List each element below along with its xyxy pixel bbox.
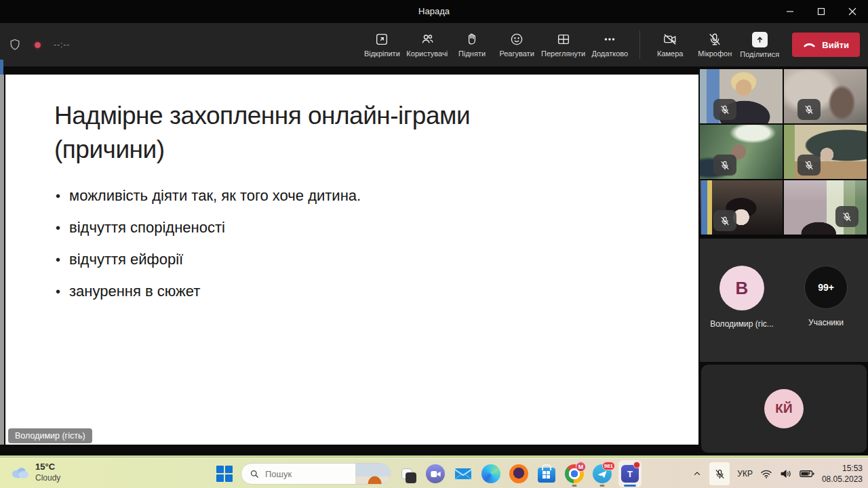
search-input[interactable] [265, 469, 340, 479]
view-button[interactable]: Переглянути [541, 26, 585, 64]
leave-label: Вийти [822, 40, 849, 50]
more-button[interactable]: Додатково [589, 26, 630, 64]
taskbar-mail-app[interactable] [452, 460, 475, 487]
participants-summary-strip: B Володимир (гіс... 99+ Учасники [700, 239, 868, 362]
popout-icon [374, 32, 389, 47]
taskbar-store-app[interactable] [535, 460, 558, 487]
minimize-button[interactable] [774, 0, 806, 23]
camera-label: Камера [657, 49, 683, 58]
telegram-notification-badge: 981 [602, 462, 615, 470]
video-tile[interactable] [700, 180, 783, 235]
tray-clock[interactable]: 15:53 08.05.2023 [822, 463, 863, 485]
guest-avatar: КЙ [764, 389, 804, 428]
weather-condition: Cloudy [35, 473, 60, 483]
search-icon [250, 469, 260, 479]
taskbar-telegram-app[interactable]: 981 [591, 460, 614, 487]
bullet-marker: • [56, 284, 60, 300]
slide-bullet: •відчуття ейфорії [56, 251, 361, 268]
react-smiley-icon [509, 32, 524, 47]
leave-button[interactable]: Вийти [792, 33, 860, 57]
slide-bullet: •відчуття спорідненості [56, 219, 361, 237]
guest-avatar-tile[interactable]: КЙ [701, 365, 867, 453]
windows-taskbar: 15°C Cloudy [0, 458, 868, 488]
meeting-timer: --:-- [54, 40, 70, 49]
recording-indicator-icon [33, 40, 43, 50]
toolbar-divider [639, 30, 640, 59]
video-tile[interactable] [784, 125, 867, 179]
search-daily-image[interactable] [355, 463, 391, 485]
taskbar-edge-app[interactable] [479, 460, 502, 487]
mic-off-icon [707, 32, 722, 47]
taskbar-chat-app[interactable] [424, 460, 447, 487]
video-tile[interactable] [700, 125, 783, 179]
video-tile[interactable] [784, 180, 867, 235]
security-shield-icon [8, 38, 22, 52]
participants-panel: B Володимир (гіс... 99+ Учасники КЙ [700, 68, 868, 455]
view-grid-icon [556, 32, 571, 47]
muted-mic-icon [713, 155, 736, 176]
view-label: Переглянути [541, 49, 585, 58]
react-button[interactable]: Реагувати [496, 26, 537, 64]
slide-bullet: •можливість діяти так, як того хоче дити… [56, 187, 361, 205]
gmail-notification-badge: M [576, 462, 586, 472]
participants-overflow[interactable]: 99+ Учасники [784, 239, 868, 362]
participants-button[interactable]: Користувачі [406, 26, 448, 64]
cloud-icon [9, 465, 30, 479]
more-dots-icon [602, 32, 617, 47]
chat-video-icon [426, 464, 445, 483]
muted-mic-icon [713, 99, 736, 120]
tray-chevron-up-icon[interactable] [692, 469, 702, 479]
maximize-button[interactable] [806, 0, 837, 23]
taskbar-chrome-app[interactable]: M [563, 460, 586, 487]
camera-toggle-button[interactable]: Камера [650, 26, 690, 64]
people-icon [420, 32, 435, 47]
mic-label: Мікрофон [698, 49, 732, 58]
close-button[interactable] [837, 0, 868, 23]
self-participant[interactable]: B Володимир (гіс... [700, 239, 784, 362]
meeting-stage: Надмірне захоплення онлайн-іграми (причи… [0, 66, 868, 455]
task-view-button[interactable] [396, 460, 419, 487]
wifi-icon[interactable] [760, 469, 772, 479]
volume-icon[interactable] [780, 468, 792, 479]
video-tile[interactable] [784, 69, 867, 123]
share-screen-icon [752, 32, 768, 47]
meeting-toolbar: --:-- Відкріпити Користувачі Підняти [0, 23, 868, 66]
start-button[interactable] [213, 460, 236, 487]
background-window-sliver [0, 60, 3, 75]
battery-icon[interactable] [800, 469, 814, 479]
share-button[interactable]: Поділитися [739, 26, 780, 64]
mail-icon [454, 467, 472, 481]
self-name-label: Володимир (гіс... [710, 319, 774, 329]
background-window-edge [0, 75, 4, 445]
muted-mic-icon [835, 206, 859, 227]
unpin-button[interactable]: Відкріпити [361, 26, 402, 64]
video-tile[interactable] [700, 69, 783, 123]
camera-off-icon [663, 32, 677, 47]
react-label: Реагувати [499, 49, 534, 58]
bullet-marker: • [56, 220, 60, 236]
language-indicator[interactable]: УКР [737, 469, 753, 479]
raise-hand-icon [465, 32, 479, 47]
muted-mic-icon [713, 210, 736, 231]
unpin-label: Відкріпити [364, 49, 400, 58]
taskbar-teams-app[interactable]: T [618, 460, 642, 487]
raise-hand-button[interactable]: Підняти [452, 26, 492, 64]
teams-notification-dot [633, 462, 640, 468]
shared-presentation-slide: Надмірне захоплення онлайн-іграми (причи… [5, 75, 698, 445]
share-label: Поділитися [740, 50, 779, 58]
window-title: Нарада [0, 0, 868, 23]
orange-purple-app-icon [509, 464, 528, 483]
slide-bullet-list: •можливість діяти так, як того хоче дити… [56, 187, 361, 314]
slide-title: Надмірне захоплення онлайн-іграми (причи… [54, 99, 556, 167]
mic-toggle-button[interactable]: Мікрофон [694, 26, 735, 64]
taskbar-weather-widget[interactable]: 15°C Cloudy [9, 462, 60, 483]
edge-browser-icon [481, 464, 500, 483]
tray-date: 08.05.2023 [822, 474, 863, 485]
weather-temperature: 15°C [35, 462, 60, 473]
tray-muted-mic[interactable] [709, 462, 730, 485]
taskbar-search[interactable] [241, 463, 391, 485]
taskbar-security-app[interactable] [507, 460, 530, 487]
self-avatar: B [719, 266, 764, 310]
task-view-icon [397, 462, 418, 485]
bullet-marker: • [56, 252, 60, 268]
